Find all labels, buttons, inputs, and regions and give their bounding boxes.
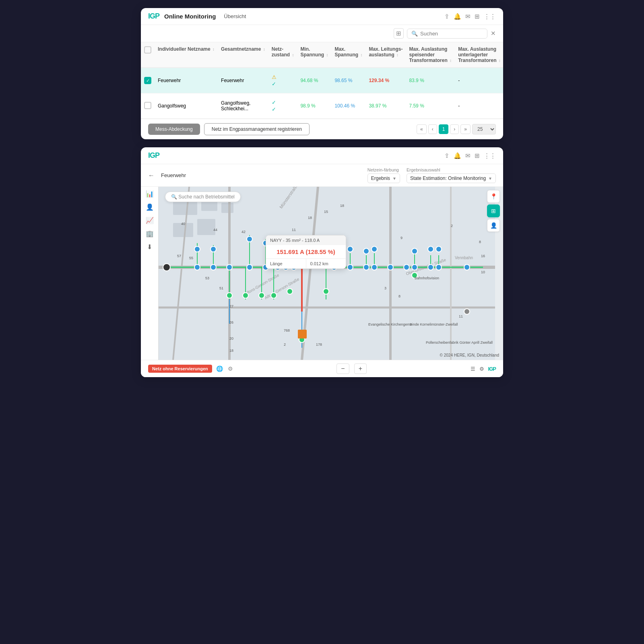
pagination: « ‹ 1 › » 25 50 100 (417, 124, 496, 134)
svg-point-92 (163, 264, 170, 271)
search-icon: 🔍 (411, 31, 418, 37)
cell-max-speisend: 83.9 % (406, 68, 455, 93)
svg-point-69 (194, 246, 200, 252)
tooltip-header: NAYY - 35 mm² - 118.0 A (266, 235, 346, 245)
svg-point-62 (372, 264, 377, 270)
cell-min-spannung: 98.9 % (297, 93, 331, 119)
map-bell-icon[interactable]: 🔔 (454, 152, 461, 159)
svg-text:Bahnhofsvision: Bahnhofsvision (415, 276, 439, 280)
svg-text:18: 18 (340, 204, 344, 208)
pg-next-button[interactable]: › (450, 124, 459, 134)
map-bottom-right-icons: ☰ ⚙ IGP (471, 366, 496, 372)
svg-text:42: 42 (242, 230, 246, 234)
map-location-icon[interactable]: 📍 (487, 190, 500, 203)
svg-text:20: 20 (229, 336, 233, 341)
map-layers-icon[interactable]: ⊞ (487, 204, 500, 217)
svg-text:11: 11 (292, 228, 296, 232)
svg-point-65 (412, 264, 417, 270)
svg-text:16: 16 (481, 254, 485, 258)
table-row[interactable]: Gangolfsweg Gangolfsweg, Schleckhei... ✓… (141, 93, 503, 119)
bell-icon[interactable]: 🔔 (454, 13, 461, 20)
cell-max-spannung: 100.46 % (331, 93, 365, 119)
search-input[interactable] (420, 31, 483, 37)
pg-first-button[interactable]: « (417, 124, 427, 134)
map-mail-icon[interactable]: ✉ (465, 152, 471, 159)
svg-text:18: 18 (229, 349, 233, 353)
tooltip-value: 151.691 A (128.55 %) (266, 245, 346, 258)
map-settings-icon[interactable]: ⚙ (479, 366, 484, 372)
mess-abdeckung-button[interactable]: Mess-Abdeckung (148, 124, 200, 135)
per-page-select[interactable]: 25 50 100 (472, 124, 496, 134)
table-row[interactable]: ✓ Feuerwehr Feuerwehr ⚠✓ 94.68 % 98.65 %… (141, 68, 503, 93)
map-panel-header: IGP ⇪ 🔔 ✉ ⊞ ⋮⋮ (141, 147, 503, 164)
svg-point-53 (227, 264, 232, 270)
zoom-in-button[interactable]: + (354, 363, 367, 374)
svg-text:Pollerscheibenfabrik Günter Ap: Pollerscheibenfabrik Günter Aprill Zweif… (426, 341, 493, 345)
svg-point-85 (271, 293, 277, 298)
netz-ohne-reservierungen-badge: Netz ohne Reservierungen (148, 365, 212, 373)
search-input-container: 🔍 (407, 29, 487, 39)
col-max-leitungs: Max. Leitungs-auslastung ↕ (365, 42, 406, 68)
col-max-spannung: Max.Spannung ↕ (331, 42, 365, 68)
map-share-icon[interactable]: ⇪ (444, 152, 450, 159)
svg-rect-5 (197, 219, 215, 235)
share-icon[interactable]: ⇪ (444, 13, 450, 20)
col-gesamt-name: Gesamtnetzname ↕ (218, 42, 268, 68)
mail-icon[interactable]: ✉ (465, 13, 471, 20)
row-checkbox-1[interactable] (144, 102, 151, 109)
cell-individual-name: Feuerwehr (155, 68, 218, 93)
zoom-out-button[interactable]: − (336, 363, 349, 374)
chart-icon[interactable]: 📊 (146, 190, 154, 198)
netzfaerbung-filter: Netzein-färbung Ergebnis ▼ (367, 167, 400, 183)
svg-rect-91 (298, 330, 307, 339)
select-all-checkbox[interactable] (144, 46, 151, 54)
apps-icon[interactable]: ⋮⋮ (484, 13, 496, 20)
hierarchy-icon[interactable]: 🏢 (146, 230, 154, 237)
svg-point-71 (247, 236, 252, 242)
status-ok-icon: ✓ (272, 106, 294, 112)
svg-text:57: 57 (177, 254, 181, 258)
cell-max-leitungs: 129.34 % (365, 68, 406, 93)
ergebnisauswahl-select[interactable]: State Estimation: Online Monitoring ▼ (407, 173, 496, 183)
grid-small-icon[interactable]: ⊞ (475, 13, 480, 20)
map-copyright: © 2024 HERE, IGN, Deutschland (440, 353, 499, 357)
svg-text:44: 44 (213, 228, 217, 232)
svg-point-52 (211, 264, 216, 270)
pg-last-button[interactable]: » (460, 124, 471, 134)
svg-text:11: 11 (459, 314, 463, 318)
svg-text:178: 178 (316, 343, 322, 347)
top-header: IGP Online Monitoring Übersicht ⇪ 🔔 ✉ ⊞ … (141, 8, 503, 25)
graph-icon[interactable]: 📈 (146, 217, 154, 224)
globe-icon[interactable]: 🌐 (216, 365, 223, 372)
svg-point-51 (194, 264, 200, 270)
map-apps-icon[interactable]: ⋮⋮ (484, 152, 496, 159)
svg-text:768: 768 (284, 328, 290, 332)
svg-point-87 (323, 289, 329, 294)
pg-prev-button[interactable]: ‹ (428, 124, 437, 134)
person-icon[interactable]: 👤 (146, 203, 154, 211)
map-tooltip: NAYY - 35 mm² - 118.0 A 151.691 A (128.5… (266, 235, 346, 269)
netzfaerbung-select[interactable]: Ergebnis ▼ (367, 173, 400, 183)
download-icon[interactable]: ⬇ (147, 243, 152, 251)
table-layout-icon[interactable]: ⊞ (394, 28, 404, 39)
map-grid-icon[interactable]: ⊞ (475, 152, 480, 159)
svg-point-81 (436, 246, 442, 252)
row-checkbox-0[interactable]: ✓ (144, 77, 151, 84)
svg-point-76 (347, 246, 353, 252)
cell-max-speisend: 7.59 % (406, 93, 455, 119)
svg-point-66 (428, 264, 433, 270)
svg-point-90 (464, 309, 470, 314)
map-search-pill[interactable]: 🔍 Suche nach Betriebsmittel (165, 192, 241, 202)
back-button[interactable]: ← (148, 172, 155, 179)
netz-registrieren-button[interactable]: Netz im Engpassmanagement registrieren (204, 123, 310, 135)
cell-gesamt-name: Gangolfsweg, Schleckhei... (218, 93, 268, 119)
search-close-icon[interactable]: ✕ (491, 30, 496, 37)
map-person-icon[interactable]: 👤 (487, 219, 500, 232)
svg-rect-3 (221, 203, 233, 213)
pg-page-1-button[interactable]: 1 (439, 124, 449, 134)
list-icon[interactable]: ☰ (471, 366, 475, 372)
settings-icon[interactable]: ⚙ (228, 365, 233, 372)
svg-text:10: 10 (481, 270, 485, 274)
svg-text:55: 55 (189, 256, 193, 260)
nav-link[interactable]: Übersicht (224, 13, 246, 19)
